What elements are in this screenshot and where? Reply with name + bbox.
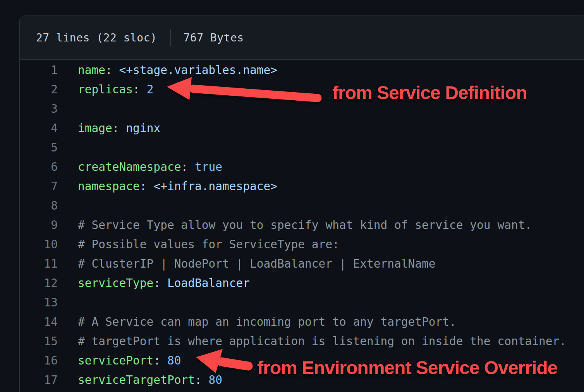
file-viewer-box: 27 lines (22 sloc) 767 Bytes 1name: <+st…: [19, 15, 584, 392]
code-text: image: nginx: [58, 119, 160, 138]
annotation-environment-override: from Environment Service Override: [257, 357, 557, 378]
line-number[interactable]: 10: [20, 235, 58, 254]
token-punct: :: [181, 160, 195, 174]
token-punct: :: [153, 277, 167, 290]
token-key: replicas: [78, 83, 133, 96]
line-number[interactable]: 6: [20, 157, 58, 177]
code-line: 10# Possible values for ServiceType are:: [20, 235, 584, 254]
code-line: 7namespace: <+infra.namespace>: [20, 177, 584, 196]
token-punct: :: [140, 180, 154, 193]
annotation-service-definition: from Service Definition: [332, 82, 527, 103]
token-num: 2: [147, 83, 154, 96]
code-text: serviceType: LoadBalancer: [58, 273, 250, 293]
code-line: 11# ClusterIP | NodePort | LoadBalancer …: [20, 254, 584, 273]
code-text: [58, 196, 85, 215]
token-comment: # targetPort is where application is lis…: [78, 335, 566, 348]
line-number[interactable]: 7: [20, 177, 58, 196]
token-key: serviceTargetPort: [78, 373, 195, 387]
token-key: image: [78, 122, 112, 135]
token-punct: :: [105, 64, 119, 77]
line-number[interactable]: 1: [20, 60, 58, 80]
code-text: serviceTargetPort: 80: [58, 370, 222, 390]
line-number[interactable]: 11: [20, 254, 58, 273]
code-text: # Service Type allow you to specify what…: [58, 215, 532, 235]
token-comment: # ClusterIP | NodePort | LoadBalancer | …: [78, 257, 436, 270]
line-number[interactable]: 8: [20, 196, 58, 215]
code-line: 6createNamespace: true: [20, 157, 584, 177]
code-line: 9# Service Type allow you to specify wha…: [20, 215, 584, 235]
token-num: true: [195, 160, 222, 174]
token-str: LoadBalancer: [167, 277, 250, 290]
code-text: # A Service can map an incoming port to …: [58, 312, 456, 332]
code-text: # ClusterIP | NodePort | LoadBalancer | …: [58, 254, 436, 273]
token-key: servicePort: [78, 354, 153, 367]
token-num: 80: [208, 373, 222, 387]
file-lines-info: 27 lines (22 sloc): [36, 31, 157, 44]
token-punct: :: [153, 354, 167, 367]
line-number[interactable]: 9: [20, 215, 58, 235]
code-text: replicas: 2: [58, 80, 153, 99]
file-size-info: 767 Bytes: [183, 31, 244, 44]
line-number[interactable]: 16: [20, 351, 58, 370]
code-text: createNamespace: true: [58, 157, 222, 177]
token-num: 80: [167, 354, 181, 367]
token-comment: # Possible values for ServiceType are:: [78, 238, 339, 251]
token-str: <+stage.variables.name>: [119, 64, 278, 77]
code-area: 1name: <+stage.variables.name>2replicas:…: [20, 60, 584, 390]
code-text: name: <+stage.variables.name>: [58, 60, 277, 80]
file-header-bar: 27 lines (22 sloc) 767 Bytes: [20, 16, 584, 60]
code-line: 5: [20, 138, 584, 157]
header-divider: [170, 29, 171, 46]
line-number[interactable]: 5: [20, 138, 58, 157]
line-number[interactable]: 3: [20, 99, 58, 119]
code-text: servicePort: 80: [58, 351, 181, 370]
code-line: 4image: nginx: [20, 119, 584, 138]
token-key: createNamespace: [78, 160, 181, 174]
code-line: 13: [20, 293, 584, 312]
line-number[interactable]: 13: [20, 293, 58, 312]
token-key: name: [78, 64, 105, 77]
token-key: serviceType: [78, 277, 153, 290]
code-line: 8: [20, 196, 584, 215]
token-punct: :: [195, 373, 209, 387]
code-text: [58, 138, 85, 157]
code-text: [58, 99, 85, 119]
token-comment: # Service Type allow you to specify what…: [78, 218, 532, 232]
code-line: 12serviceType: LoadBalancer: [20, 273, 584, 293]
line-number[interactable]: 15: [20, 332, 58, 351]
token-punct: :: [133, 83, 147, 96]
line-number[interactable]: 12: [20, 273, 58, 293]
code-line: 14# A Service can map an incoming port t…: [20, 312, 584, 332]
token-punct: :: [112, 122, 126, 135]
token-comment: # A Service can map an incoming port to …: [78, 315, 456, 328]
token-str: <+infra.namespace>: [153, 180, 277, 193]
code-text: # Possible values for ServiceType are:: [58, 235, 339, 254]
code-text: namespace: <+infra.namespace>: [58, 177, 277, 196]
line-number[interactable]: 17: [20, 370, 58, 390]
code-line: 15# targetPort is where application is l…: [20, 332, 584, 351]
line-number[interactable]: 2: [20, 80, 58, 99]
token-str: nginx: [126, 122, 160, 135]
token-key: namespace: [78, 180, 140, 193]
code-text: [58, 293, 85, 312]
code-line: 1name: <+stage.variables.name>: [20, 60, 584, 80]
line-number[interactable]: 14: [20, 312, 58, 332]
line-number[interactable]: 4: [20, 119, 58, 138]
code-text: # targetPort is where application is lis…: [58, 332, 566, 351]
